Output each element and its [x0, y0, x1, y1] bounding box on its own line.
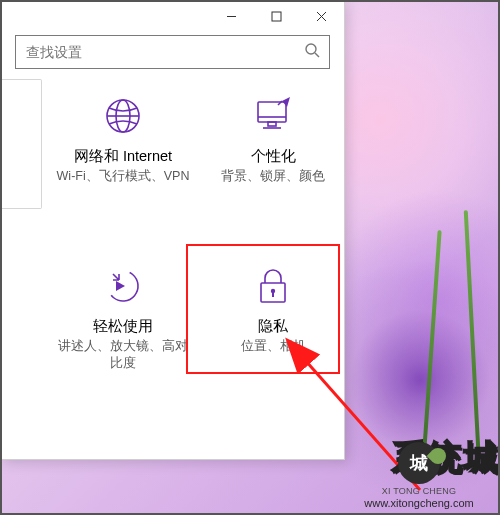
watermark-brand-en: XI TONG CHENG	[344, 486, 494, 496]
search-icon	[295, 42, 329, 62]
watermark: 城 XI TONG CHENG www.xitongcheng.com	[344, 442, 494, 509]
titlebar	[1, 1, 344, 31]
maximize-button[interactable]	[254, 1, 299, 31]
svg-rect-11	[268, 122, 276, 126]
tile-subtitle: 位置、相机	[203, 338, 343, 355]
svg-line-5	[315, 53, 319, 57]
tile-title: 隐私	[203, 317, 343, 336]
svg-point-17	[271, 289, 275, 293]
tile-subtitle: 讲述人、放大镜、高对比度	[53, 338, 193, 372]
ease-of-access-icon	[53, 261, 193, 311]
tile-subtitle: Wi-Fi、飞行模式、VPN	[53, 168, 193, 185]
watermark-site: www.xitongcheng.com	[344, 497, 494, 509]
tile-title: 网络和 Internet	[53, 147, 193, 166]
tile-privacy[interactable]: 隐私 位置、相机	[203, 261, 343, 355]
watermark-logo-icon: 城	[398, 442, 440, 484]
settings-grid: 网络和 Internet Wi-Fi、飞行模式、VPN 个性化 背景、锁屏、颜色	[53, 91, 330, 445]
search-input[interactable]	[16, 44, 295, 60]
minimize-button[interactable]	[209, 1, 254, 31]
globe-icon	[53, 91, 193, 141]
partial-tile-left[interactable]	[2, 79, 42, 209]
settings-window: 网络和 Internet Wi-Fi、飞行模式、VPN 个性化 背景、锁屏、颜色	[0, 0, 345, 460]
tile-subtitle: 背景、锁屏、颜色	[203, 168, 343, 185]
tile-personalization[interactable]: 个性化 背景、锁屏、颜色	[203, 91, 343, 185]
search-box[interactable]	[15, 35, 330, 69]
svg-rect-9	[258, 102, 286, 122]
lock-icon	[203, 261, 343, 311]
svg-point-4	[306, 44, 316, 54]
close-button[interactable]	[299, 1, 344, 31]
svg-rect-1	[272, 12, 281, 21]
tile-ease-of-access[interactable]: 轻松使用 讲述人、放大镜、高对比度	[53, 261, 193, 372]
tile-network[interactable]: 网络和 Internet Wi-Fi、飞行模式、VPN	[53, 91, 193, 185]
tile-title: 轻松使用	[53, 317, 193, 336]
tile-title: 个性化	[203, 147, 343, 166]
svg-marker-15	[116, 281, 125, 291]
personalization-icon	[203, 91, 343, 141]
